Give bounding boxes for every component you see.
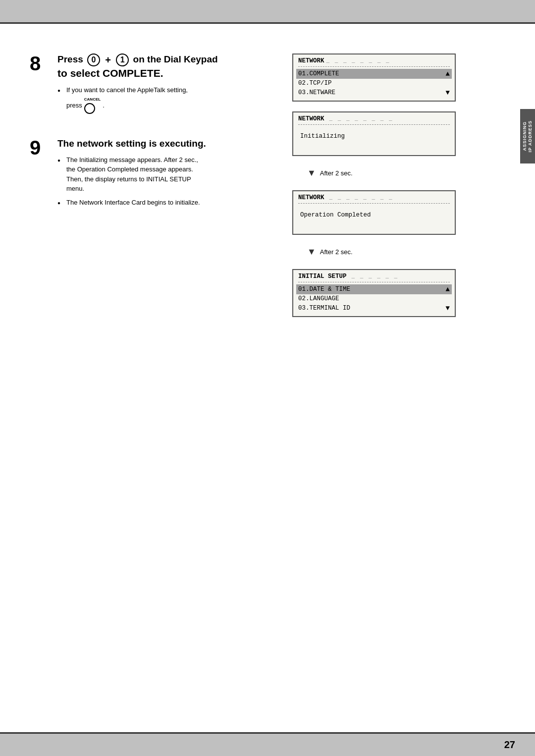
lcd4-header: INITIAL SETUP _ _ _ _ _ _ bbox=[298, 273, 450, 282]
step-9-bullet-1: The Initializing message appears. After … bbox=[57, 155, 272, 194]
step-8-content: Press 0 + 1 on the Dial Keypad to select… bbox=[57, 54, 272, 118]
top-bar bbox=[0, 0, 535, 24]
lcd-network-initializing: NETWORK _ _ _ _ _ _ _ _ Initializing bbox=[292, 111, 456, 156]
sidebar-tab-text: ASSIGNING IP ADDRESS bbox=[522, 120, 533, 153]
bottom-bar: 27 bbox=[0, 732, 535, 756]
lcd2-header: NETWORK _ _ _ _ _ _ _ _ bbox=[298, 115, 450, 125]
lcd1-row1: 01.COMPLETE ▲ bbox=[296, 69, 452, 79]
down-triangle-1: ▼ bbox=[307, 168, 316, 178]
page-number: 27 bbox=[504, 739, 515, 751]
lcd4-row3: 03.TERMINAL ID ▼ bbox=[298, 303, 450, 313]
down-triangle-2: ▼ bbox=[307, 247, 316, 257]
right-column: NETWORK _ _ _ _ _ _ _ _ 01.COMPLETE ▲ 02… bbox=[292, 54, 456, 317]
lcd1-arrow-down: ▼ bbox=[446, 89, 450, 97]
step-8: 8 Press 0 + 1 on the Dial Keypad to sele… bbox=[30, 54, 272, 118]
step-9-number: 9 bbox=[30, 138, 50, 211]
lcd-initial-setup: INITIAL SETUP _ _ _ _ _ _ 01.DATE & TIME… bbox=[292, 269, 456, 317]
lcd-network-complete: NETWORK _ _ _ _ _ _ _ _ 01.COMPLETE ▲ 02… bbox=[292, 54, 456, 102]
lcd1-arrow-up: ▲ bbox=[446, 70, 450, 78]
lcd3-header: NETWORK _ _ _ _ _ _ _ _ bbox=[298, 194, 450, 204]
lcd1-header: NETWORK _ _ _ _ _ _ _ _ bbox=[298, 57, 450, 67]
after-2-sec-1: ▼ After 2 sec. bbox=[307, 168, 456, 178]
lcd3-text: Operation Completed bbox=[298, 206, 450, 220]
main-content: 8 Press 0 + 1 on the Dial Keypad to sele… bbox=[0, 24, 535, 347]
step-9-content: The network setting is executing. The In… bbox=[57, 138, 272, 211]
after-2-sec-2: ▼ After 2 sec. bbox=[307, 247, 456, 257]
key-1: 1 bbox=[116, 54, 129, 66]
step-9-title: The network setting is executing. bbox=[57, 138, 272, 150]
press-cancel-line: press CANCEL . bbox=[66, 97, 272, 114]
step-8-bullet-1: If you want to cancel the AppleTalk sett… bbox=[57, 85, 272, 114]
step-9-bullets: The Initializing message appears. After … bbox=[57, 155, 272, 208]
left-column: 8 Press 0 + 1 on the Dial Keypad to sele… bbox=[30, 54, 272, 317]
step-9-bullet-2: The Network Interface Card begins to ini… bbox=[57, 198, 272, 208]
step-8-number: 8 bbox=[30, 54, 50, 118]
cancel-circle bbox=[84, 103, 95, 114]
key-0: 0 bbox=[87, 54, 100, 66]
lcd1-row3: 03.NETWARE ▼ bbox=[298, 88, 450, 98]
page: ASSIGNING IP ADDRESS 8 Press 0 + 1 on th… bbox=[0, 0, 535, 756]
lcd4-row1: 01.DATE & TIME ▲ bbox=[296, 284, 452, 294]
lcd4-arrow-down: ▼ bbox=[446, 304, 450, 312]
step-9: 9 The network setting is executing. The … bbox=[30, 138, 272, 211]
sidebar-tab: ASSIGNING IP ADDRESS bbox=[520, 109, 535, 163]
lcd4-arrow-up: ▲ bbox=[446, 285, 450, 293]
lcd4-row2: 02.LANGUAGE bbox=[298, 294, 450, 303]
step-8-bullets: If you want to cancel the AppleTalk sett… bbox=[57, 85, 272, 114]
step-8-title: Press 0 + 1 on the Dial Keypad to select… bbox=[57, 54, 272, 80]
lcd1-row2: 02.TCP/IP bbox=[298, 79, 450, 88]
lcd-network-operation: NETWORK _ _ _ _ _ _ _ _ Operation Comple… bbox=[292, 190, 456, 235]
lcd2-text: Initializing bbox=[298, 127, 450, 142]
